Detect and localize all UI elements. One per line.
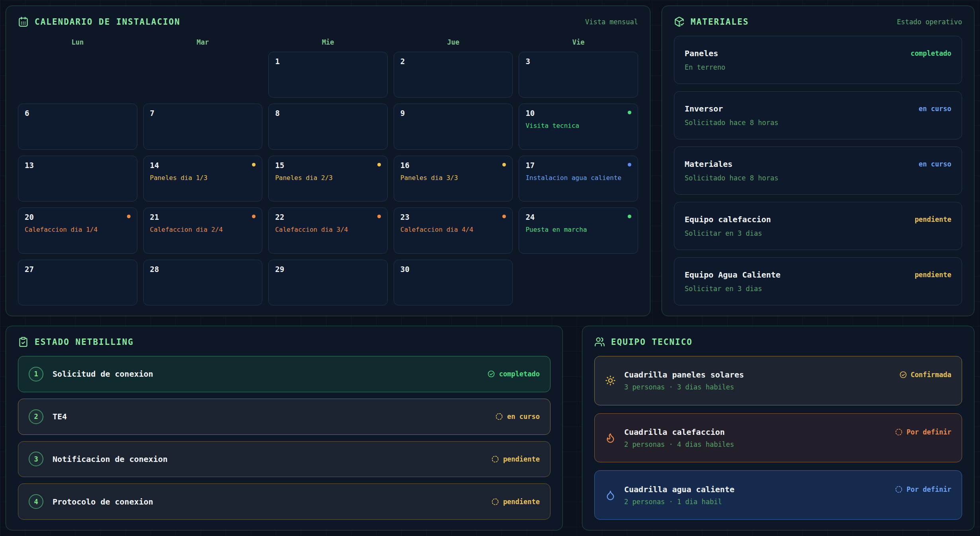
step-number: 3 [29, 452, 43, 466]
calendar-day-cell[interactable]: 3 [519, 52, 638, 98]
material-status-badge: en curso [919, 105, 951, 113]
calendar-view-label: Vista mensual [585, 18, 638, 26]
weekday-label: Mar [143, 38, 263, 46]
netbilling-step-row[interactable]: 4Protocolo de conexionpendiente [18, 483, 551, 520]
calendar-empty-cell [519, 260, 638, 305]
event-dot [628, 111, 631, 114]
dashed-circle-icon [491, 498, 499, 506]
check-circle-icon [899, 371, 907, 379]
event-label: Calefaccion dia 4/4 [400, 226, 506, 234]
material-item[interactable]: Inversoren cursoSolicitado hace 8 horas [674, 91, 962, 139]
material-note: Solicitado hace 8 horas [685, 119, 951, 127]
material-name: Equipo Agua Caliente [685, 270, 781, 280]
material-name: Equipo calefaccion [685, 215, 771, 224]
event-dot [502, 215, 506, 218]
day-number: 10 [525, 109, 535, 117]
calendar-day-cell[interactable]: 1 [268, 52, 388, 98]
calendar-day-cell[interactable]: 15Paneles dia 2/3 [268, 156, 388, 201]
step-status-badge: en curso [495, 413, 540, 421]
crew-status-badge: Confirmada [899, 371, 951, 379]
materials-panel-header: MATERIALES Estado operativo [674, 16, 962, 27]
material-status-badge: pendiente [915, 215, 951, 223]
material-item[interactable]: Materialesen cursoSolicitado hace 8 hora… [674, 147, 962, 195]
calendar-day-cell[interactable]: 21Calefaccion dia 2/4 [143, 207, 263, 253]
day-number: 30 [400, 265, 410, 274]
calendar-weekday-row: LunMarMieJueVie [18, 38, 638, 46]
top-row: CALENDARIO DE INSTALACION Vista mensual … [6, 6, 974, 316]
event-label: Visita tecnica [525, 122, 631, 130]
team-crew-card[interactable]: Cuadrilla paneles solaresConfirmada3 per… [594, 356, 962, 405]
netbilling-panel-header: ESTADO NETBILLING [18, 336, 551, 347]
calendar-day-cell[interactable]: 10Visita tecnica [519, 104, 638, 149]
calendar-day-cell[interactable]: 9 [394, 104, 513, 149]
day-number: 15 [275, 161, 284, 170]
day-number: 24 [525, 213, 535, 221]
calendar-day-cell[interactable]: 6 [18, 104, 137, 149]
material-item[interactable]: PanelescompletadoEn terreno [674, 36, 962, 84]
event-dot [628, 163, 631, 166]
calendar-day-cell[interactable]: 13 [18, 156, 137, 201]
day-number: 8 [275, 109, 279, 117]
team-crew-list: Cuadrilla paneles solaresConfirmada3 per… [594, 356, 962, 520]
clipboard-icon [18, 336, 29, 347]
event-label: Calefaccion dia 3/4 [275, 226, 381, 234]
calendar-day-cell[interactable]: 24Puesta en marcha [519, 207, 638, 253]
event-label: Puesta en marcha [525, 226, 631, 234]
calendar-day-cell[interactable]: 20Calefaccion dia 1/4 [18, 207, 137, 253]
team-panel-title: EQUIPO TECNICO [611, 337, 693, 347]
dashed-circle-icon [895, 485, 903, 493]
calendar-day-cell[interactable]: 22Calefaccion dia 3/4 [268, 207, 388, 253]
day-number: 14 [150, 161, 159, 170]
package-icon [674, 16, 685, 27]
crew-status-badge: Por definir [895, 485, 951, 493]
calendar-day-cell[interactable]: 7 [143, 104, 263, 149]
check-circle-icon [487, 370, 495, 378]
crew-name: Cuadrilla calefaccion [624, 427, 725, 437]
team-panel: EQUIPO TECNICO Cuadrilla paneles solares… [582, 326, 974, 530]
step-status-badge: pendiente [491, 498, 540, 506]
event-label: Calefaccion dia 2/4 [150, 226, 256, 234]
calendar-empty-cell [143, 52, 263, 98]
calendar-day-cell[interactable]: 2 [394, 52, 513, 98]
crew-name: Cuadrilla paneles solares [624, 370, 744, 380]
team-crew-card[interactable]: Cuadrilla calefaccionPor definir2 person… [594, 413, 962, 463]
event-dot [628, 215, 631, 218]
calendar-day-cell[interactable]: 23Calefaccion dia 4/4 [394, 207, 513, 253]
team-crew-card[interactable]: Cuadrilla agua calientePor definir2 pers… [594, 470, 962, 520]
calendar-day-cell[interactable]: 30 [394, 260, 513, 305]
event-label: Instalacion agua caliente [525, 174, 631, 182]
netbilling-step-row[interactable]: 2TE4en curso [18, 399, 551, 435]
calendar-day-cell[interactable]: 14Paneles dia 1/3 [143, 156, 263, 201]
netbilling-step-row[interactable]: 1Solicitud de conexioncompletado [18, 356, 551, 392]
material-note: Solicitado hace 8 horas [685, 174, 951, 182]
event-dot [252, 163, 256, 166]
day-number: 1 [275, 57, 279, 66]
material-item[interactable]: Equipo calefaccionpendienteSolicitar en … [674, 202, 962, 250]
day-number: 28 [150, 265, 159, 274]
step-number: 1 [29, 367, 43, 381]
calendar-icon [18, 16, 29, 27]
calendar-day-cell[interactable]: 27 [18, 260, 137, 305]
weekday-label: Jue [394, 38, 513, 46]
material-item[interactable]: Equipo Agua CalientependienteSolicitar e… [674, 257, 962, 305]
event-label: Paneles dia 1/3 [150, 174, 256, 182]
event-dot [377, 215, 381, 218]
material-name: Inversor [685, 104, 723, 113]
calendar-day-cell[interactable]: 8 [268, 104, 388, 149]
materials-panel: MATERIALES Estado operativo Panelescompl… [662, 6, 974, 316]
flame-icon [605, 432, 616, 443]
crew-name: Cuadrilla agua caliente [624, 485, 734, 494]
calendar-day-cell[interactable]: 17Instalacion agua caliente [519, 156, 638, 201]
calendar-panel: CALENDARIO DE INSTALACION Vista mensual … [6, 6, 650, 316]
day-number: 13 [25, 161, 34, 170]
calendar-day-cell[interactable]: 16Paneles dia 3/3 [394, 156, 513, 201]
dashed-circle-icon [491, 455, 499, 463]
calendar-day-cell[interactable]: 29 [268, 260, 388, 305]
day-number: 21 [150, 213, 159, 221]
calendar-day-cell[interactable]: 28 [143, 260, 263, 305]
day-number: 20 [25, 213, 34, 221]
crew-detail: 2 personas · 4 dias habiles [624, 440, 951, 448]
day-number: 22 [275, 213, 284, 221]
material-status-badge: completado [911, 49, 951, 57]
netbilling-step-row[interactable]: 3Notificacion de conexionpendiente [18, 441, 551, 477]
